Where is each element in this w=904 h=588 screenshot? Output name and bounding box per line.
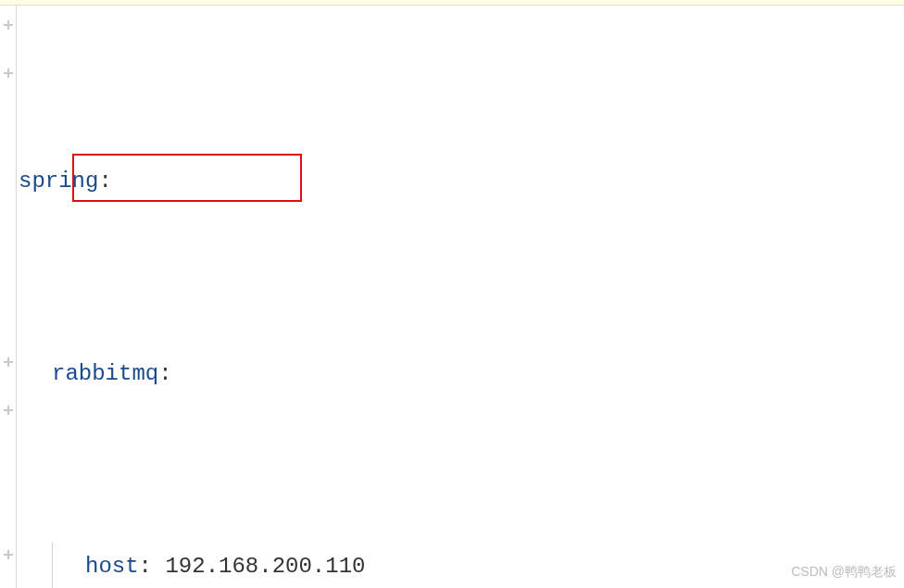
code-line: rabbitmq: bbox=[19, 350, 601, 398]
yaml-key: rabbitmq bbox=[52, 350, 158, 398]
colon: : bbox=[158, 350, 171, 398]
code-content: spring: rabbitmq: host: 192.168.200.110 … bbox=[19, 13, 601, 588]
top-warning-bar bbox=[0, 0, 904, 6]
yaml-key: spring bbox=[19, 157, 98, 206]
fold-marker-icon[interactable] bbox=[4, 20, 13, 30]
fold-marker-icon[interactable] bbox=[4, 550, 13, 559]
yaml-value: 192.168.200.110 bbox=[165, 543, 365, 588]
watermark-text: CSDN @鸭鸭老板 bbox=[791, 564, 897, 581]
editor-gutter bbox=[0, 6, 17, 588]
fold-marker-icon[interactable] bbox=[4, 406, 13, 415]
code-line: spring: bbox=[19, 157, 601, 206]
colon: : bbox=[98, 157, 111, 206]
yaml-key: host bbox=[85, 543, 139, 588]
fold-marker-icon[interactable] bbox=[4, 69, 13, 78]
code-line: host: 192.168.200.110 bbox=[19, 543, 601, 588]
fold-marker-icon[interactable] bbox=[4, 357, 13, 367]
colon: : bbox=[139, 543, 166, 588]
